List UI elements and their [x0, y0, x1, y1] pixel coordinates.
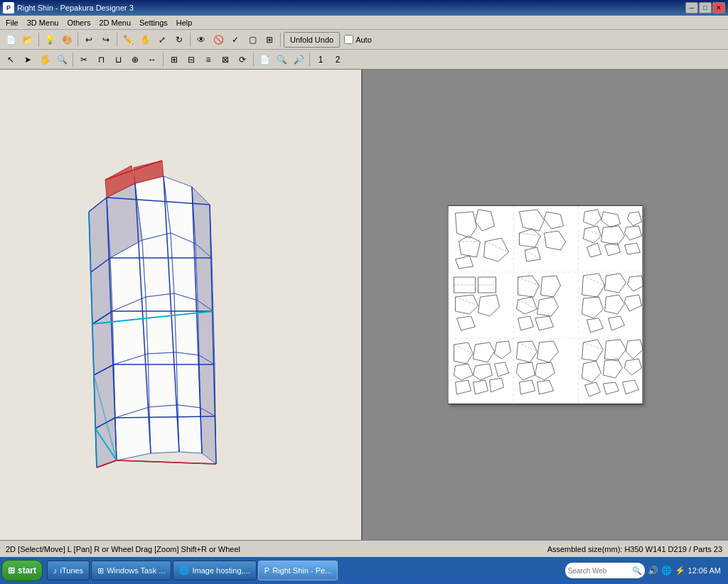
open-button[interactable]: 📂 — [20, 32, 36, 48]
search-box[interactable]: 🔍 — [565, 563, 645, 578]
svg-marker-124 — [605, 340, 626, 361]
menu-3dmenu[interactable]: 3D Menu — [23, 17, 63, 28]
maximize-button[interactable]: □ — [699, 2, 712, 13]
taskbar-itunes[interactable]: ♪ iTunes — [47, 561, 90, 580]
arrow-tool[interactable]: ➤ — [20, 52, 36, 67]
svg-marker-13 — [148, 352, 178, 407]
svg-marker-56 — [456, 212, 477, 238]
menu-2dmenu[interactable]: 2D Menu — [95, 17, 135, 28]
wintask-icon: ⊞ — [97, 566, 104, 575]
cut-tool[interactable]: ✂ — [76, 52, 92, 67]
svg-marker-105 — [454, 342, 473, 364]
rotate2-btn[interactable]: ⟳ — [235, 52, 250, 67]
svg-line-123 — [584, 342, 604, 350]
light-button[interactable]: 💡 — [42, 32, 58, 48]
dist-btn[interactable]: ⊠ — [218, 52, 233, 67]
view-button[interactable]: 👁 — [193, 32, 209, 48]
select-tool[interactable]: ↖ — [3, 52, 18, 67]
svg-marker-93 — [537, 297, 559, 316]
svg-marker-79 — [625, 243, 641, 254]
sep1 — [38, 33, 39, 47]
sys-icon-3: ⚡ — [675, 566, 685, 575]
svg-marker-108 — [495, 341, 511, 359]
svg-marker-120 — [520, 380, 535, 394]
taskbar-imagehost[interactable]: 🌐 Image hosting,... — [173, 561, 256, 580]
svg-marker-103 — [587, 318, 604, 332]
split-tool[interactable]: ⊕ — [127, 52, 143, 67]
svg-marker-25 — [94, 364, 115, 428]
sep4 — [190, 33, 191, 47]
num2-btn[interactable]: 2 — [330, 52, 346, 67]
svg-marker-84 — [456, 295, 478, 314]
svg-marker-128 — [625, 359, 642, 375]
svg-line-97 — [584, 276, 605, 286]
rotate-button[interactable]: ↻ — [171, 32, 187, 48]
clock: 12:06 AM — [688, 566, 721, 575]
minimize-button[interactable]: ─ — [685, 2, 698, 13]
auto-checkbox[interactable] — [344, 35, 353, 44]
mirror-btn[interactable]: ⊟ — [183, 52, 199, 67]
title-bar-buttons: ─ □ ✕ — [685, 2, 725, 13]
svg-marker-78 — [605, 243, 621, 256]
search-input[interactable] — [568, 567, 632, 575]
svg-line-61 — [486, 242, 509, 252]
3d-model — [85, 155, 242, 496]
svg-marker-130 — [604, 382, 619, 394]
svg-line-92 — [518, 300, 537, 309]
title-bar: P Right Shin - Pepakura Designer 3 ─ □ ✕ — [0, 0, 728, 16]
zoom-in-btn[interactable]: 🔍 — [274, 52, 289, 67]
new-button[interactable]: 📄 — [3, 32, 18, 48]
close-button[interactable]: ✕ — [712, 2, 725, 13]
scale-button[interactable]: ⤢ — [154, 32, 170, 48]
unfold-undo-button[interactable]: Unfold Undo — [284, 32, 340, 48]
menu-help[interactable]: Help — [172, 17, 197, 28]
start-button[interactable]: ⊞ start — [1, 560, 43, 581]
menu-file[interactable]: File — [1, 17, 23, 28]
edit-button[interactable]: ✏️ — [120, 32, 136, 48]
hand-tool[interactable]: 🖐 — [37, 52, 53, 67]
box-button[interactable]: ▢ — [245, 32, 260, 48]
zoom-out-btn[interactable]: 🔎 — [291, 52, 306, 67]
page-setup-btn[interactable]: 📄 — [257, 52, 272, 67]
search-icon[interactable]: 🔍 — [632, 566, 642, 575]
2d-pieces-svg — [449, 206, 644, 405]
svg-marker-122 — [582, 340, 604, 361]
color-button[interactable]: 🎨 — [59, 32, 75, 48]
title-bar-title: Right Shin - Pepakura Designer 3 — [17, 4, 134, 12]
menu-others[interactable]: Others — [63, 17, 95, 28]
redo-button[interactable]: ↪ — [98, 32, 114, 48]
start-icon: ⊞ — [8, 566, 15, 575]
svg-marker-58 — [459, 236, 481, 257]
svg-marker-114 — [490, 378, 504, 392]
zoom-tool[interactable]: 🔍 — [54, 52, 70, 67]
menu-settings[interactable]: Settings — [135, 17, 172, 28]
sep5 — [280, 33, 281, 47]
grid-button[interactable]: ⊞ — [262, 32, 277, 48]
join-tool[interactable]: ⊔ — [110, 52, 126, 67]
flip-tool[interactable]: ↔ — [144, 52, 160, 67]
svg-marker-102 — [625, 295, 642, 311]
imagehost-icon: 🌐 — [179, 566, 189, 575]
taskbar-pepakura[interactable]: P Right Shin - Pe... — [258, 561, 338, 580]
svg-marker-91 — [517, 297, 537, 314]
align-btn[interactable]: ≡ — [200, 52, 216, 67]
svg-line-116 — [518, 342, 537, 352]
menu-bar: File 3D Menu Others 2D Menu Settings Hel… — [0, 16, 728, 30]
move-button[interactable]: ✋ — [137, 32, 153, 48]
number-btn[interactable]: 1 — [313, 52, 328, 67]
2d-view[interactable] — [363, 70, 728, 540]
svg-marker-68 — [525, 247, 541, 261]
hide-button[interactable]: 🚫 — [210, 32, 226, 48]
paper-sheet — [448, 205, 643, 404]
svg-marker-60 — [484, 238, 509, 261]
taskbar-wintask[interactable]: ⊞ Windows Task ... — [91, 561, 171, 580]
fold-tool[interactable]: ⊓ — [93, 52, 109, 67]
arrange-btn[interactable]: ⊞ — [166, 52, 182, 67]
sys-icon-1: 🔊 — [648, 566, 658, 575]
title-bar-left: P Right Shin - Pepakura Designer 3 — [3, 2, 134, 13]
svg-marker-96 — [582, 274, 605, 297]
3d-view[interactable] — [0, 70, 363, 540]
check-button[interactable]: ✓ — [228, 32, 243, 48]
undo-button[interactable]: ↩ — [81, 32, 97, 48]
svg-marker-75 — [601, 226, 625, 245]
